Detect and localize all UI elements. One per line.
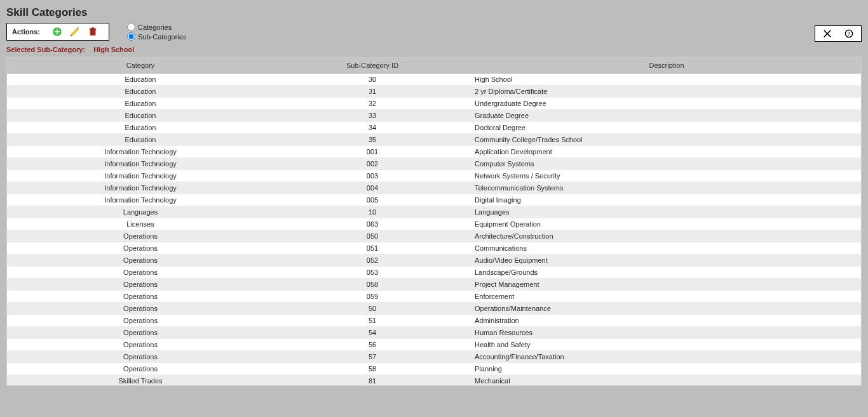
svg-rect-10 [92,30,93,35]
table-row[interactable]: Operations57Accounting/Finance/Taxation [7,351,861,363]
radio-categories-label: Categories [138,23,172,31]
cell-description: Digital Imaging [471,194,861,206]
cell-description: Project Management [471,279,861,291]
svg-rect-9 [91,30,92,35]
close-icon[interactable] [822,28,833,39]
cell-sub-id: 004 [274,182,471,194]
delete-icon[interactable] [86,25,100,39]
cell-description: Health and Safety [471,339,861,351]
cell-sub-id: 35 [274,134,471,146]
cell-description: Equipment Operation [471,218,861,230]
cell-category: Operations [7,291,274,303]
edit-icon[interactable] [68,25,82,39]
cell-sub-id: 002 [274,158,471,170]
cell-category: Education [7,110,274,122]
table-row[interactable]: Education34Doctoral Degree [7,122,861,134]
cell-sub-id: 31 [274,86,471,98]
cell-category: Operations [7,242,274,255]
actions-toolbar: Actions: [6,23,109,41]
cell-sub-id: 051 [274,242,471,255]
table-scroll[interactable]: Category Sub-Category ID Description Edu… [7,58,861,385]
header-sub-id[interactable]: Sub-Category ID [274,58,471,74]
cell-description: Mechanical [471,375,861,386]
table-row[interactable]: Information Technology005Digital Imaging [7,194,861,206]
table-row[interactable]: Education33Graduate Degree [7,110,861,122]
header-description[interactable]: Description [471,58,861,74]
cell-category: Education [7,98,274,110]
table-row[interactable]: Operations052Audio/Video Equipment [7,255,861,267]
cell-category: Information Technology [7,170,274,182]
radio-categories[interactable]: Categories [127,23,186,31]
cell-sub-id: 81 [274,375,471,386]
cell-description: Communications [471,242,861,255]
cell-sub-id: 50 [274,303,471,315]
cell-category: Operations [7,279,274,291]
header-category[interactable]: Category [7,58,274,74]
svg-rect-11 [94,30,95,35]
radio-sub-categories-input[interactable] [127,32,135,41]
cell-category: Operations [7,267,274,279]
cell-description: Application Development [471,146,861,158]
cell-description: Administration [471,315,861,327]
table-row[interactable]: Operations058Project Management [7,279,861,291]
cell-description: High School [471,74,861,86]
table-row[interactable]: Information Technology001Application Dev… [7,146,861,158]
radio-sub-categories[interactable]: Sub-Categories [127,32,186,41]
table-row[interactable]: Operations059Enforcement [7,291,861,303]
help-icon[interactable]: ? [843,28,855,39]
selected-subcategory-line: Selected Sub-Category: High School [6,46,862,53]
cell-sub-id: 32 [274,98,471,110]
svg-rect-2 [55,31,60,32]
cell-description: 2 yr Diploma/Certificate [471,86,861,98]
table-row[interactable]: Operations58Planning [7,363,861,375]
cell-category: Operations [7,230,274,242]
cell-sub-id: 001 [274,146,471,158]
cell-sub-id: 003 [274,170,471,182]
cell-description: Human Resources [471,327,861,339]
table-row[interactable]: Education32Undergraduate Degree [7,98,861,110]
table-row[interactable]: Operations51Administration [7,315,861,327]
selected-value: High School [93,46,134,53]
cell-category: Information Technology [7,194,274,206]
table-row[interactable]: Skilled Trades81Mechanical [7,375,861,386]
cell-sub-id: 57 [274,351,471,363]
radio-categories-input[interactable] [127,23,135,31]
table-row[interactable]: Operations053Landscape/Grounds [7,267,861,279]
cell-sub-id: 058 [274,279,471,291]
cell-category: Operations [7,315,274,327]
cell-sub-id: 54 [274,327,471,339]
table-row[interactable]: Information Technology004Telecommunicati… [7,182,861,194]
cell-category: Information Technology [7,146,274,158]
cell-category: Education [7,122,274,134]
table-row[interactable]: Languages10Languages [7,206,861,218]
cell-sub-id: 050 [274,230,471,242]
table-row[interactable]: Education30High School [7,74,861,86]
page-title: Skill Categories [6,6,862,19]
cell-description: Undergraduate Degree [471,98,861,110]
table-container: Category Sub-Category ID Description Edu… [6,57,862,386]
table-row[interactable]: Information Technology002Computer System… [7,158,861,170]
table-row[interactable]: Operations54Human Resources [7,327,861,339]
cell-category: Operations [7,303,274,315]
add-icon[interactable] [50,25,64,39]
cell-description: Planning [471,363,861,375]
table-row[interactable]: Education35Community College/Trades Scho… [7,134,861,146]
cell-category: Information Technology [7,182,274,194]
svg-text:?: ? [848,31,850,37]
cell-category: Skilled Trades [7,375,274,386]
table-row[interactable]: Licenses063Equipment Operation [7,218,861,230]
cell-category: Education [7,134,274,146]
table-row[interactable]: Operations50Operations/Maintenance [7,303,861,315]
table-row[interactable]: Operations56Health and Safety [7,339,861,351]
cell-category: Licenses [7,218,274,230]
cell-sub-id: 51 [274,315,471,327]
cell-description: Architecture/Construction [471,230,861,242]
table-header-row: Category Sub-Category ID Description [7,58,861,74]
view-radios: Categories Sub-Categories [127,23,186,41]
table-row[interactable]: Education312 yr Diploma/Certificate [7,86,861,98]
cell-category: Education [7,74,274,86]
table-row[interactable]: Operations050Architecture/Construction [7,230,861,242]
table-row[interactable]: Information Technology003Network Systems… [7,170,861,182]
svg-rect-8 [92,27,95,29]
table-row[interactable]: Operations051Communications [7,242,861,255]
